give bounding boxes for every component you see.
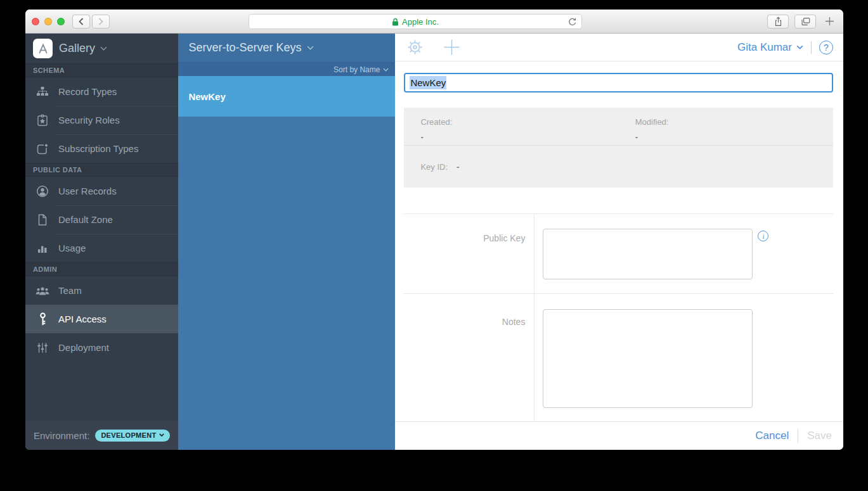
chevron-down-icon: [307, 46, 314, 50]
sort-menu[interactable]: Sort by Name: [178, 62, 395, 76]
sidebar-item-label: Team: [58, 285, 82, 296]
sidebar-item-team[interactable]: Team: [25, 276, 178, 305]
detail-toolbar-right: Gita Kumar: [737, 41, 833, 54]
section-title-admin: ADMIN: [25, 262, 178, 276]
security-roles-icon: [34, 113, 51, 127]
user-name: Gita Kumar: [737, 41, 792, 54]
show-tabs-button[interactable]: [794, 15, 816, 29]
sidebar-item-label: User Records: [58, 186, 117, 196]
key-detail-panel: Gita Kumar NewKey: [395, 34, 843, 450]
app-menu-label: Gallery: [59, 42, 107, 55]
sidebar-item-label: Subscription Types: [58, 143, 138, 154]
sidebar-item-record-types[interactable]: Record Types: [25, 77, 178, 106]
footer-divider: [798, 429, 798, 443]
sliders-icon: [34, 341, 51, 354]
key-list-item-selected[interactable]: NewKey: [178, 76, 395, 117]
user-account-menu[interactable]: Gita Kumar: [737, 41, 803, 54]
gear-icon: [406, 39, 424, 56]
key-id-value: -: [457, 162, 459, 172]
help-button[interactable]: [819, 41, 833, 54]
sidebar-item-label: Usage: [58, 243, 86, 253]
close-window-button[interactable]: [32, 18, 39, 25]
selected-text: NewKey: [410, 76, 446, 89]
tabs-overview-icon: [801, 17, 810, 26]
address-text: Apple Inc.: [402, 17, 439, 27]
modified-value: -: [635, 132, 833, 142]
save-button[interactable]: Save: [807, 430, 832, 442]
window-controls: [32, 18, 65, 25]
section-title-public-data: PUBLIC DATA: [25, 163, 178, 177]
key-name-input[interactable]: NewKey: [404, 73, 833, 92]
key-editor-body: NewKey Created: - Modified: -: [395, 61, 843, 421]
minimize-window-button[interactable]: [44, 18, 52, 25]
created-label: Created:: [420, 117, 618, 127]
keys-type-menu[interactable]: Server-to-Server Keys: [178, 34, 395, 62]
sidebar-item-deployment[interactable]: Deployment: [25, 333, 178, 362]
zoom-window-button[interactable]: [57, 18, 65, 25]
app-menu-text: Gallery: [59, 42, 95, 55]
detail-footer: Cancel Save: [395, 421, 843, 450]
new-tab-button[interactable]: [822, 14, 837, 29]
sidebar-item-subscription-types[interactable]: Subscription Types: [25, 134, 178, 163]
cloudkit-app-icon: [33, 39, 53, 58]
share-icon: [774, 16, 782, 27]
add-key-button[interactable]: [443, 39, 460, 56]
key-metadata-panel: Created: - Modified: - Key ID: -: [404, 108, 833, 188]
sidebar-item-api-access[interactable]: API Access: [25, 305, 178, 333]
default-zone-icon: [34, 213, 51, 227]
modified-label: Modified:: [635, 117, 833, 127]
metadata-dates-row: Created: - Modified: -: [404, 108, 833, 146]
key-icon: [34, 312, 51, 326]
public-key-row: Public Key: [404, 214, 833, 293]
environment-selector[interactable]: DEVELOPMENT: [95, 430, 170, 442]
sidebar-item-label: Record Types: [58, 86, 117, 97]
sidebar-item-label: Deployment: [58, 342, 109, 353]
sidebar-item-label: Default Zone: [58, 214, 113, 225]
modified-field: Modified: -: [619, 108, 833, 145]
created-field: Created: -: [404, 108, 618, 145]
chevron-down-icon: [159, 433, 164, 437]
notes-textarea[interactable]: [543, 309, 753, 408]
record-types-icon: [34, 85, 51, 99]
navigation-sidebar: Gallery SCHEMA Record Types: [25, 34, 178, 450]
notes-label: Notes: [404, 294, 534, 421]
browser-forward-button[interactable]: [92, 15, 110, 29]
sidebar-item-user-records[interactable]: User Records: [25, 177, 178, 205]
section-title-schema: SCHEMA: [25, 63, 178, 77]
notes-field-area: [534, 294, 833, 421]
plus-icon: [826, 17, 834, 25]
info-icon[interactable]: [758, 231, 768, 241]
settings-button[interactable]: [406, 39, 424, 56]
reload-icon[interactable]: [568, 17, 577, 27]
key-id-label: Key ID:: [420, 162, 448, 172]
share-button[interactable]: [767, 15, 789, 29]
sidebar-item-default-zone[interactable]: Default Zone: [25, 205, 178, 234]
subscription-types-icon: [34, 142, 51, 156]
sidebar-item-label: Security Roles: [58, 115, 120, 125]
sidebar-item-usage[interactable]: Usage: [25, 234, 178, 262]
app-menu[interactable]: Gallery: [25, 34, 178, 63]
safari-window: Apple Inc.: [25, 10, 843, 450]
team-icon: [34, 285, 51, 297]
desktop-background: Apple Inc.: [0, 0, 868, 491]
public-key-textarea[interactable]: [543, 229, 753, 279]
sidebar-spacer: [25, 362, 178, 421]
chevron-left-icon: [79, 18, 84, 25]
browser-back-button[interactable]: [72, 15, 90, 29]
sidebar-item-label: API Access: [58, 314, 107, 324]
keys-type-title: Server-to-Server Keys: [188, 41, 301, 54]
address-bar[interactable]: Apple Inc.: [249, 14, 582, 29]
chevron-right-icon: [98, 18, 103, 25]
lock-icon: [392, 18, 399, 26]
usage-icon: [34, 241, 51, 255]
public-key-field-area: [534, 214, 833, 293]
cancel-button[interactable]: Cancel: [755, 430, 789, 442]
browser-titlebar: Apple Inc.: [25, 10, 843, 34]
environment-value: DEVELOPMENT: [101, 431, 156, 439]
chevron-down-icon: [796, 45, 803, 49]
chevron-down-icon: [100, 46, 107, 51]
sidebar-item-security-roles[interactable]: Security Roles: [25, 106, 178, 134]
key-form: Public Key Notes: [404, 214, 833, 421]
notes-row: Notes: [404, 293, 833, 421]
plus-icon: [443, 39, 460, 56]
